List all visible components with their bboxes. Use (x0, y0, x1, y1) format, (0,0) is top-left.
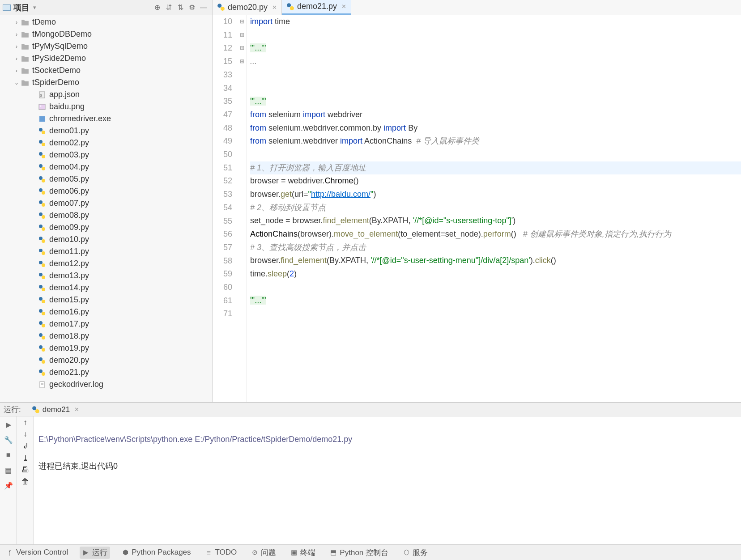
tree-file[interactable]: demo16.py (0, 306, 212, 318)
chevron-right-icon[interactable]: › (13, 55, 21, 62)
print-icon[interactable]: 🖶 (21, 466, 29, 475)
tree-file[interactable]: {} app.json (0, 89, 212, 101)
tree-file[interactable]: demo13.py (0, 270, 212, 282)
collapse-all-icon[interactable]: ⇅ (175, 2, 186, 13)
tree-file[interactable]: demo01.py (0, 125, 212, 137)
svg-point-9 (39, 152, 43, 156)
statusbar-item-play[interactable]: ▶ 运行 (80, 547, 110, 559)
code-line[interactable]: set_node = browser.find_element(By.XPATH… (250, 214, 741, 228)
code-line[interactable]: from selenium import webdriver (250, 108, 741, 122)
chevron-right-icon[interactable]: › (13, 68, 21, 74)
tree-folder[interactable]: › tPySide2Demo (0, 52, 212, 64)
up-icon[interactable]: ↑ (23, 418, 27, 427)
code-line[interactable]: import time (250, 15, 741, 29)
code-line[interactable]: # 3、查找高级搜索节点，并点击 (250, 241, 741, 255)
project-menu-dropdown[interactable]: ▾ (33, 4, 36, 11)
tree-file[interactable]: baidu.png (0, 101, 212, 113)
chevron-right-icon[interactable]: › (13, 31, 21, 38)
code-line[interactable]: ... (250, 55, 741, 68)
code-line[interactable]: browser.get(url="http://baidu.com/") (250, 188, 741, 201)
code-line[interactable]: from selenium.webdriver.common.by import… (250, 122, 741, 135)
tree-file[interactable]: demo03.py (0, 149, 212, 161)
tree-file[interactable]: demo19.py (0, 342, 212, 354)
tree-file[interactable]: demo08.py (0, 209, 212, 221)
code-line[interactable]: time.sleep(2) (250, 267, 741, 281)
chevron-right-icon[interactable]: › (13, 19, 21, 25)
chevron-down-icon[interactable]: ⌄ (13, 80, 21, 86)
tree-file[interactable]: demo07.py (0, 197, 212, 209)
close-icon[interactable]: ✕ (74, 406, 79, 413)
editor-tab[interactable]: demo21.py ✕ (282, 0, 351, 15)
code-line[interactable]: ActionChains(browser).move_to_element(to… (250, 228, 741, 241)
tree-file[interactable]: demo14.py (0, 282, 212, 294)
statusbar-item-todo[interactable]: ≡ TODO (203, 547, 240, 558)
tree-file[interactable]: demo04.py (0, 161, 212, 173)
svg-point-13 (39, 176, 43, 180)
settings-icon[interactable]: ⚙ (186, 2, 198, 13)
layout-icon[interactable]: ▤ (2, 464, 15, 476)
down-icon[interactable]: ↓ (23, 430, 27, 439)
tree-folder[interactable]: › tPyMySqlDemo (0, 40, 212, 52)
chevron-right-icon[interactable]: › (13, 43, 21, 50)
code-content[interactable]: import time '''...'''... '''...'''from s… (247, 15, 741, 402)
code-line[interactable]: from selenium.webdriver import ActionCha… (250, 135, 741, 148)
code-line[interactable] (250, 81, 741, 95)
editor-body[interactable]: 1011121533343547484950515253545556575859… (213, 15, 741, 402)
tree-folder-label: tPySide2Demo (32, 54, 86, 63)
statusbar-item-console[interactable]: ⬒ Python 控制台 (327, 547, 391, 559)
code-line[interactable]: '''...''' (250, 294, 741, 307)
statusbar-item-terminal[interactable]: ▣ 终端 (288, 547, 318, 559)
tree-folder[interactable]: › tDemo (0, 16, 212, 28)
code-line[interactable]: '''...''' (250, 42, 741, 55)
soft-wrap-icon[interactable]: ↲ (22, 441, 29, 451)
tree-file[interactable]: demo06.py (0, 185, 212, 197)
tree-file[interactable]: chromedriver.exe (0, 113, 212, 125)
code-line[interactable]: browser = webdriver.Chrome() (250, 174, 741, 188)
tree-file[interactable]: demo09.py (0, 221, 212, 233)
hide-panel-icon[interactable]: — (198, 2, 209, 13)
code-line[interactable]: '''...''' (250, 95, 741, 108)
fold-gutter[interactable]: ⊞⊞⊞⊞ (238, 15, 247, 402)
tree-file[interactable]: demo10.py (0, 233, 212, 246)
project-tree[interactable]: › tDemo › tMongoDBDemo › tPyMySqlDemo › … (0, 15, 212, 402)
tree-file[interactable]: demo12.py (0, 258, 212, 270)
tree-folder[interactable]: › tMongoDBDemo (0, 28, 212, 40)
tree-folder[interactable]: › tSocketDemo (0, 64, 212, 76)
run-output-exit: 进程已结束,退出代码0 (38, 462, 118, 471)
code-line[interactable] (250, 29, 741, 42)
tree-file[interactable]: demo17.py (0, 318, 212, 330)
run-output[interactable]: E:\Python\Practice\venv\Scripts\python.e… (34, 416, 741, 544)
statusbar-item-services[interactable]: ⬡ 服务 (400, 547, 430, 559)
tree-file[interactable]: demo05.py (0, 173, 212, 185)
tree-file[interactable]: demo11.py (0, 246, 212, 258)
tree-file[interactable]: geckodriver.log (0, 378, 212, 390)
editor-tab[interactable]: demo20.py ✕ (213, 0, 282, 15)
locate-icon[interactable]: ⊕ (151, 2, 163, 13)
tree-file[interactable]: demo20.py (0, 354, 212, 366)
code-line[interactable] (250, 148, 741, 161)
tree-file[interactable]: demo18.py (0, 330, 212, 342)
statusbar-item-branch[interactable]: ᚶ Version Control (4, 547, 71, 558)
statusbar-item-problems[interactable]: ⊘ 问题 (248, 547, 279, 559)
code-line[interactable]: # 2、移动到设置节点 (250, 201, 741, 215)
pin-icon[interactable]: 📌 (2, 479, 15, 492)
tree-file[interactable]: demo15.py (0, 294, 212, 306)
wrench-icon[interactable]: 🔧 (2, 433, 15, 446)
statusbar-item-packages[interactable]: ⬢ Python Packages (119, 547, 193, 558)
code-line[interactable] (250, 307, 741, 321)
close-icon[interactable]: ✕ (341, 3, 346, 10)
tree-file[interactable]: demo21.py (0, 366, 212, 378)
code-line[interactable] (250, 281, 741, 294)
clear-icon[interactable]: 🗑 (21, 477, 29, 486)
stop-icon[interactable]: ■ (2, 449, 15, 461)
tree-file[interactable]: demo02.py (0, 137, 212, 149)
expand-all-icon[interactable]: ⇵ (163, 2, 175, 13)
scroll-to-end-icon[interactable]: ⤓ (22, 454, 29, 463)
code-line[interactable]: # 1、打开浏览器，输入百度地址 (250, 161, 741, 175)
code-line[interactable] (250, 68, 741, 82)
rerun-icon[interactable]: ▶ (2, 418, 15, 431)
tree-folder[interactable]: ⌄ tSpiderDemo (0, 76, 212, 89)
run-tab[interactable]: demo21 ✕ (28, 404, 83, 415)
code-line[interactable]: browser.find_element(By.XPATH, '//*[@id=… (250, 254, 741, 267)
close-icon[interactable]: ✕ (272, 4, 277, 11)
